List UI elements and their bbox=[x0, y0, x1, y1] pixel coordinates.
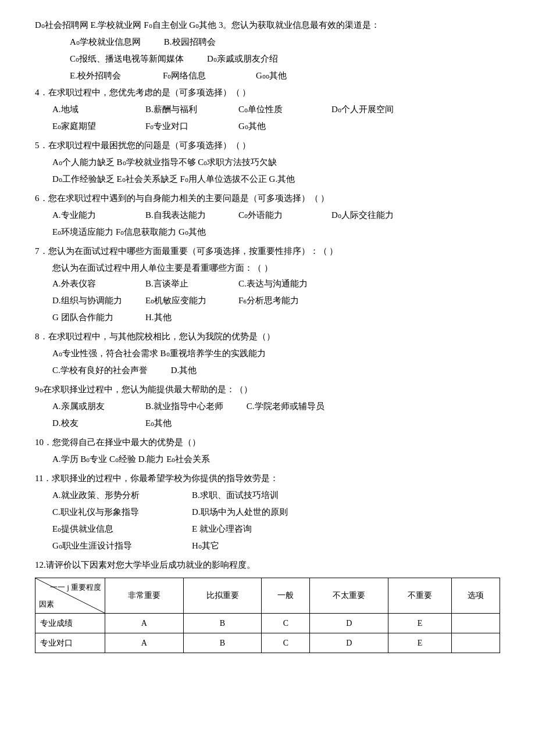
q6-row2: E₀环境适应能力 F₀信息获取能力 G₀其他 bbox=[35, 224, 500, 240]
value-cell: A bbox=[105, 614, 184, 633]
q5-row1: A₀个人能力缺乏 B₀学校就业指导不够 C₀求职方法技巧欠缺 bbox=[35, 155, 500, 170]
q4-row1: A.地域 B.薪酬与福利 C₀单位性质 D₀个人开展空间 bbox=[35, 102, 500, 117]
q8-row2: C.学校有良好的社会声誉 D.其他 bbox=[35, 363, 500, 378]
table-row: 专业成绩ABCDE bbox=[35, 614, 500, 633]
q8-opt-d: D.其他 bbox=[171, 363, 241, 378]
q11-opt-g: G₀职业生涯设计指导 bbox=[52, 538, 169, 554]
q12-table: 一一 j 重要程度 因素 非常重要 比拟重要 一般 不太重要 不重要 选项 专业… bbox=[35, 578, 500, 653]
q3-row2: C₀报纸、播送电视等新闻媒体 D₀亲戚或朋友介绍 bbox=[52, 51, 500, 67]
q3-opt-g: G₀₀其他 bbox=[256, 68, 326, 84]
value-cell: E bbox=[388, 614, 452, 633]
q7-opt-g: G 团队合作能力 bbox=[52, 310, 122, 325]
q7-opt-c: C.表达与沟通能力 bbox=[238, 276, 308, 292]
question-4: 4．在求职过程中，您优先考虑的是（可多项选择）（ ） A.地域 B.薪酬与福利 … bbox=[35, 85, 500, 134]
q3-opt-c: C₀报纸、播送电视等新闻媒体 bbox=[70, 51, 184, 67]
q8-title: 8．在求职过程中，与其他院校相比，您认为我院的优势是（） bbox=[35, 329, 500, 345]
q9-opt-e: E₀其他 bbox=[145, 415, 215, 431]
q11-row4: G₀职业生涯设计指导 H₀其它 bbox=[35, 538, 500, 554]
col-not-very-important: 不太重要 bbox=[310, 578, 388, 614]
q4-opt-c: C₀单位性质 bbox=[238, 102, 308, 117]
table-header-diag: 一一 j 重要程度 因素 bbox=[35, 578, 105, 614]
q6-opt-d: D₀人际交往能力 bbox=[331, 207, 401, 223]
q9-opt-d: D.校友 bbox=[52, 415, 122, 431]
q11-title: 11．求职择业的过程中，你最希望学校为你提供的指导效劳是： bbox=[35, 471, 500, 486]
question-12: 12.请评价以下因素对您大学毕业后成功就业的影响程度。 一一 j 重要程度 因素… bbox=[35, 557, 500, 653]
q11-opt-e2: E 就业心理咨询 bbox=[192, 521, 308, 537]
q10-options: A.学历 B₀专业 C₀经验 D.能力 E₀社会关系 bbox=[35, 452, 500, 467]
factor-cell: 专业对口 bbox=[35, 633, 105, 653]
value-cell: B bbox=[183, 614, 262, 633]
question-6: 6．您在求职过程中遇到的与自身能力相关的主要问题是（可多项选择）（ ） A.专业… bbox=[35, 191, 500, 240]
q4-title: 4．在求职过程中，您优先考虑的是（可多项选择）（ ） bbox=[35, 85, 500, 101]
q3-opt-b: B.校园招聘会 bbox=[164, 34, 234, 50]
q5-title: 5．在求职过程中最困扰您的问题是（可多项选择）（ ） bbox=[35, 138, 500, 153]
q5-row2: D₀工作经验缺乏 E₀社会关系缺乏 F₀用人单位选拔不公正 G.其他 bbox=[35, 171, 500, 187]
q3-opt-d: D₀亲戚或朋友介绍 bbox=[207, 51, 278, 67]
question-8: 8．在求职过程中，与其他院校相比，您认为我院的优势是（） A₀专业性强，符合社会… bbox=[35, 329, 500, 378]
q11-opt-b: B.求职、面试技巧培训 bbox=[192, 488, 308, 503]
value-cell bbox=[451, 614, 500, 633]
question-7: 7．您认为在面试过程中哪些方面最重要（可多项选择，按重要性排序）：（ ） 您认为… bbox=[35, 243, 500, 325]
q12-title: 12.请评价以下因素对您大学毕业后成功就业的影响程度。 bbox=[35, 557, 500, 573]
q4-opt-b: B.薪酬与福利 bbox=[145, 102, 215, 117]
q7-opt-b: B.言谈举止 bbox=[145, 276, 215, 292]
value-cell: E bbox=[388, 633, 452, 653]
table-header-importance: 一一 j 重要程度 bbox=[50, 581, 101, 594]
q4-opt-a: A.地域 bbox=[52, 102, 122, 117]
q10-title: 10．您觉得自己在择业中最大的优势是（） bbox=[35, 435, 500, 450]
q3-row1: A₀学校就业信息网 B.校园招聘会 bbox=[52, 34, 500, 50]
q11-opt-e: E₀提供就业信息 bbox=[52, 521, 169, 537]
q3-opt-a: A₀学校就业信息网 bbox=[70, 34, 141, 50]
q7-row2: D.组织与协调能力 E₀机敏应变能力 F₆分析思考能力 bbox=[35, 293, 500, 309]
factor-cell: 专业成绩 bbox=[35, 614, 105, 633]
q8-row1: A₀专业性强，符合社会需求 B₀重视培养学生的实践能力 bbox=[35, 346, 500, 361]
q6-opt-b: B.自我表达能力 bbox=[145, 207, 215, 223]
q3-options: A₀学校就业信息网 B.校园招聘会 C₀报纸、播送电视等新闻媒体 D₀亲戚或朋友… bbox=[35, 34, 500, 84]
q9-row2: D.校友 E₀其他 bbox=[35, 415, 500, 431]
value-cell: A bbox=[105, 633, 184, 653]
q7-opt-f: F₆分析思考能力 bbox=[238, 293, 308, 309]
q7-subtext: 您认为在面试过程中用人单位主要是看重哪些方面：（ ） bbox=[35, 260, 500, 276]
q11-row2: C.职业礼仪与形象指导 D.职场中为人处世的原则 bbox=[35, 504, 500, 520]
value-cell: D bbox=[310, 614, 388, 633]
col-very-important: 非常重要 bbox=[105, 578, 184, 614]
col-normal: 一般 bbox=[262, 578, 310, 614]
q7-row1: A.外表仪容 B.言谈举止 C.表达与沟通能力 bbox=[35, 276, 500, 292]
q11-row1: A.就业政策、形势分析 B.求职、面试技巧培训 bbox=[35, 488, 500, 503]
table-header-factor: 因素 bbox=[39, 597, 54, 611]
top-line: D₀社会招聘网 E.学校就业网 F₀自主创业 G₀其他 3。您认为获取就业信息最… bbox=[35, 17, 500, 33]
q7-opt-e: E₀机敏应变能力 bbox=[145, 293, 215, 309]
col-option: 选项 bbox=[451, 578, 500, 614]
q11-row3: E₀提供就业信息 E 就业心理咨询 bbox=[35, 521, 500, 537]
table-row: 专业对口ABCDE bbox=[35, 633, 500, 653]
value-cell: C bbox=[262, 633, 310, 653]
q7-opt-a: A.外表仪容 bbox=[52, 276, 122, 292]
q11-opt-d: D.职场中为人处世的原则 bbox=[192, 504, 308, 520]
q4-row2: E₀家庭期望 F₀专业对口 G₀其他 bbox=[35, 119, 500, 134]
q4-opt-d: D₀个人开展空间 bbox=[331, 102, 401, 117]
q4-opt-e: E₀家庭期望 bbox=[52, 119, 122, 134]
q9-opt-b: B.就业指导中心老师 bbox=[145, 399, 223, 414]
q11-opt-a: A.就业政策、形势分析 bbox=[52, 488, 169, 503]
q11-opt-h: H₀其它 bbox=[192, 538, 308, 554]
q7-opt-h: H.其他 bbox=[145, 310, 215, 325]
q8-opt-c: C.学校有良好的社会声誉 bbox=[52, 363, 148, 378]
q4-opt-f: F₀专业对口 bbox=[145, 119, 215, 134]
q9-opt-c: C.学院老师或辅导员 bbox=[247, 399, 324, 414]
col-not-important: 不重要 bbox=[388, 578, 452, 614]
value-cell: B bbox=[183, 633, 262, 653]
question-11: 11．求职择业的过程中，你最希望学校为你提供的指导效劳是： A.就业政策、形势分… bbox=[35, 471, 500, 554]
q3-opt-e: E.校外招聘会 bbox=[70, 68, 140, 84]
q9-opt-a: A.亲属或朋友 bbox=[52, 399, 122, 414]
question-5: 5．在求职过程中最困扰您的问题是（可多项选择）（ ） A₀个人能力缺乏 B₀学校… bbox=[35, 138, 500, 187]
q6-opt-a: A.专业能力 bbox=[52, 207, 122, 223]
question-10: 10．您觉得自己在择业中最大的优势是（） A.学历 B₀专业 C₀经验 D.能力… bbox=[35, 435, 500, 467]
q7-title: 7．您认为在面试过程中哪些方面最重要（可多项选择，按重要性排序）：（ ） bbox=[35, 243, 500, 259]
q6-row1: A.专业能力 B.自我表达能力 C₀外语能力 D₀人际交往能力 bbox=[35, 207, 500, 223]
q9-title: 9₀在求职择业过程中，您认为能提供最大帮助的是：（） bbox=[35, 382, 500, 397]
q4-opt-g: G₀其他 bbox=[238, 119, 308, 134]
question-9: 9₀在求职择业过程中，您认为能提供最大帮助的是：（） A.亲属或朋友 B.就业指… bbox=[35, 382, 500, 431]
q7-opt-d: D.组织与协调能力 bbox=[52, 293, 122, 309]
value-cell bbox=[451, 633, 500, 653]
value-cell: C bbox=[262, 614, 310, 633]
